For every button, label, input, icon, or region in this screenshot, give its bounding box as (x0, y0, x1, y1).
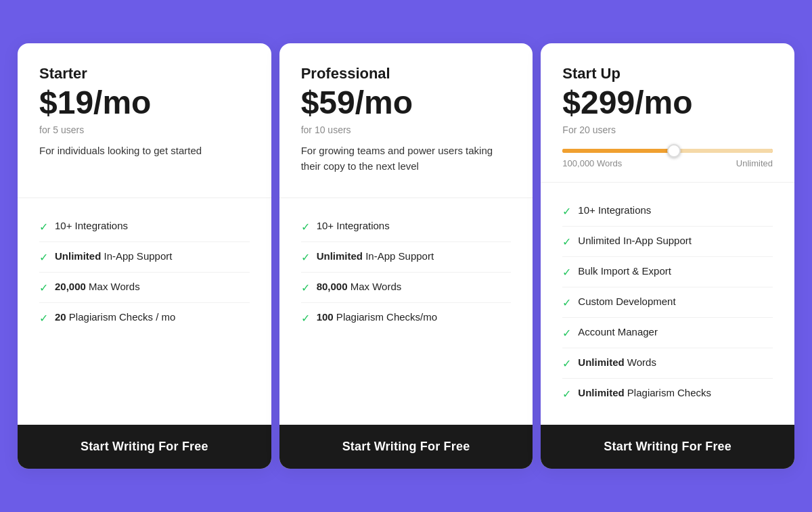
feature-text: 80,000 Max Words (317, 281, 402, 292)
plan-description-professional: For growing teams and power users taking… (301, 143, 512, 176)
cta-button-startup[interactable]: Start Writing For Free (541, 425, 794, 469)
check-icon: ✓ (39, 312, 48, 325)
plan-price-starter: $19/mo (39, 85, 250, 121)
card-header-startup: Start Up $299/mo For 20 users (562, 65, 773, 144)
feature-item: ✓ 20 Plagiarism Checks / mo (39, 303, 250, 333)
check-icon: ✓ (562, 327, 571, 340)
slider-label-right: Unlimited (736, 158, 773, 168)
check-icon: ✓ (301, 251, 310, 264)
plan-users-professional: for 10 users (301, 124, 512, 135)
card-header-starter: Starter $19/mo for 5 users For individua… (39, 65, 250, 193)
feature-item: ✓ 10+ Integrations (562, 196, 773, 227)
feature-text: Account Manager (578, 326, 658, 338)
word-count-slider[interactable]: 100,000 Words Unlimited (562, 149, 773, 168)
card-header-professional: Professional $59/mo for 10 users For gro… (301, 65, 512, 193)
feature-item: ✓ Unlimited Plagiarism Checks (562, 379, 773, 409)
feature-text: Unlimited Plagiarism Checks (578, 387, 711, 398)
feature-item: ✓ Unlimited In-App Support (301, 242, 512, 273)
feature-text: Unlimited Words (578, 356, 656, 368)
divider-startup (541, 182, 794, 183)
pricing-card-startup: Start Up $299/mo For 20 users 100,000 Wo… (541, 43, 794, 469)
check-icon: ✓ (39, 220, 48, 233)
feature-item: ✓ Account Manager (562, 318, 773, 348)
slider-track (562, 149, 773, 153)
check-icon: ✓ (301, 281, 310, 294)
feature-item: ✓ Custom Development (562, 287, 773, 318)
feature-text: 10+ Integrations (578, 204, 651, 216)
slider-label-left: 100,000 Words (562, 158, 622, 168)
features-list-professional: ✓ 10+ Integrations ✓ Unlimited In-App Su… (301, 212, 512, 409)
plan-users-startup: For 20 users (562, 124, 773, 135)
check-icon: ✓ (562, 205, 571, 218)
feature-item: ✓ Unlimited In-App Support (562, 227, 773, 257)
feature-text: Custom Development (578, 296, 675, 307)
feature-text: 10+ Integrations (317, 220, 390, 231)
features-list-startup: ✓ 10+ Integrations ✓ Unlimited In-App Su… (562, 196, 773, 409)
cta-button-professional[interactable]: Start Writing For Free (279, 425, 533, 469)
features-list-starter: ✓ 10+ Integrations ✓ Unlimited In-App Su… (39, 212, 250, 409)
check-icon: ✓ (562, 296, 571, 309)
feature-item: ✓ Unlimited Words (562, 348, 773, 379)
check-icon: ✓ (562, 388, 571, 400)
plan-price-startup: $299/mo (562, 85, 773, 121)
plan-users-starter: for 5 users (39, 124, 250, 135)
feature-item: ✓ 20,000 Max Words (39, 273, 250, 303)
check-icon: ✓ (301, 312, 310, 325)
feature-text: Unlimited In-App Support (578, 235, 692, 246)
pricing-card-professional: Professional $59/mo for 10 users For gro… (279, 43, 533, 469)
plan-name-starter: Starter (39, 65, 250, 83)
cta-button-starter[interactable]: Start Writing For Free (18, 425, 271, 469)
slider-labels: 100,000 Words Unlimited (562, 158, 773, 168)
check-icon: ✓ (39, 281, 48, 294)
feature-item: ✓ Bulk Import & Export (562, 257, 773, 287)
check-icon: ✓ (562, 235, 571, 248)
check-icon: ✓ (562, 266, 571, 279)
feature-text: 20 Plagiarism Checks / mo (55, 311, 175, 323)
check-icon: ✓ (39, 251, 48, 264)
check-icon: ✓ (301, 220, 310, 233)
feature-text: 20,000 Max Words (55, 281, 140, 292)
check-icon: ✓ (562, 357, 571, 370)
feature-item: ✓ 100 Plagiarism Checks/mo (301, 303, 512, 333)
pricing-card-starter: Starter $19/mo for 5 users For individua… (18, 43, 271, 469)
feature-item: ✓ 80,000 Max Words (301, 273, 512, 303)
slider-thumb (667, 144, 681, 158)
divider-professional (279, 197, 533, 198)
slider-filled (562, 149, 678, 153)
plan-name-startup: Start Up (562, 65, 773, 83)
feature-text: Unlimited In-App Support (55, 250, 172, 262)
feature-item: ✓ 10+ Integrations (39, 212, 250, 242)
plan-name-professional: Professional (301, 65, 512, 83)
plan-description-starter: For individuals looking to get started (39, 143, 250, 176)
feature-text: 100 Plagiarism Checks/mo (317, 311, 437, 323)
feature-text: Bulk Import & Export (578, 265, 671, 277)
pricing-container: Starter $19/mo for 5 users For individua… (14, 43, 798, 469)
plan-price-professional: $59/mo (301, 85, 512, 121)
feature-item: ✓ Unlimited In-App Support (39, 242, 250, 273)
slider-unfilled (678, 149, 773, 153)
feature-text: 10+ Integrations (55, 220, 128, 231)
divider-starter (18, 197, 271, 198)
feature-text: Unlimited In-App Support (317, 250, 434, 262)
feature-item: ✓ 10+ Integrations (301, 212, 512, 242)
